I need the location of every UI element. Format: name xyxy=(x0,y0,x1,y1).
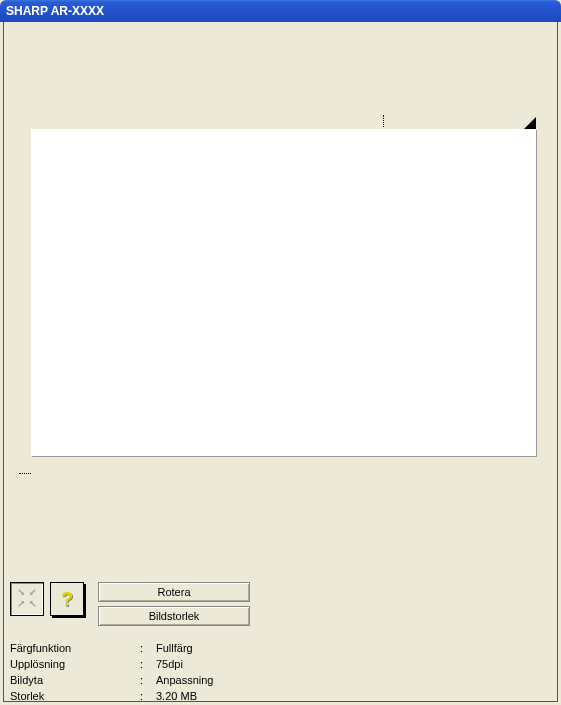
window-title: SHARP AR-XXXX xyxy=(6,4,104,18)
zoom-reset-button[interactable] xyxy=(10,582,44,616)
button-column: Rotera Bildstorlek xyxy=(98,582,250,626)
info-row: Upplösning : 75dpi xyxy=(10,656,551,672)
info-row: Färgfunktion : Fullfärg xyxy=(10,640,551,656)
info-row: Bildyta : Anpassning xyxy=(10,672,551,688)
info-value: 75dpi xyxy=(156,656,551,672)
info-colon: : xyxy=(140,688,156,704)
preview-canvas[interactable] xyxy=(31,129,536,456)
info-label: Färgfunktion xyxy=(10,640,140,656)
scanner-window: SHARP AR-XXXX xyxy=(0,0,561,705)
info-panel: Färgfunktion : Fullfärg Upplösning : 75d… xyxy=(10,640,551,704)
help-button[interactable]: ? xyxy=(50,582,84,616)
info-value: 3.20 MB xyxy=(156,688,551,704)
info-colon: : xyxy=(140,656,156,672)
image-size-button[interactable]: Bildstorlek xyxy=(98,606,250,626)
client-area: ? Rotera Bildstorlek Färgfunktion : Full… xyxy=(3,22,558,702)
info-label: Bildyta xyxy=(10,672,140,688)
ruler-tick-top xyxy=(383,115,388,127)
info-row: Storlek : 3.20 MB xyxy=(10,688,551,704)
rotate-button[interactable]: Rotera xyxy=(98,582,250,602)
info-value: Fullfärg xyxy=(156,640,551,656)
preview-frame xyxy=(10,28,551,576)
fit-icon xyxy=(16,587,38,611)
ruler-tick-left xyxy=(19,473,31,475)
question-icon: ? xyxy=(61,588,73,611)
toolbar: ? Rotera Bildstorlek xyxy=(10,582,551,626)
info-label: Storlek xyxy=(10,688,140,704)
window-titlebar[interactable]: SHARP AR-XXXX xyxy=(0,0,561,22)
info-label: Upplösning xyxy=(10,656,140,672)
info-colon: : xyxy=(140,672,156,688)
info-colon: : xyxy=(140,640,156,656)
info-value: Anpassning xyxy=(156,672,551,688)
